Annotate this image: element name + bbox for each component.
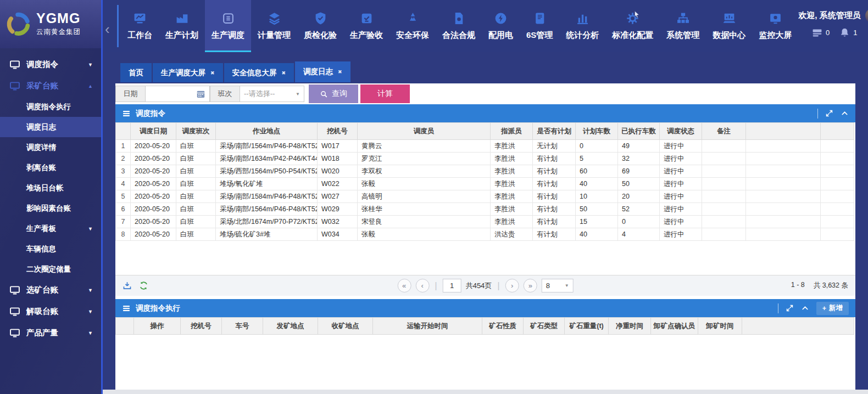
table-cell: 堆场/硫化矿3#堆: [216, 228, 318, 241]
topnav-item-power-distribution[interactable]: 配用电: [482, 0, 520, 52]
collapse-up-icon[interactable]: [801, 304, 809, 312]
next-page-button[interactable]: ›: [505, 279, 519, 292]
tab-production-dispatch-screen[interactable]: 生产调度大屏✖: [153, 63, 223, 82]
brand-name: YGMG: [36, 12, 81, 25]
shift-select[interactable]: --请选择-- ▼: [240, 86, 304, 102]
badge-count: 1: [853, 29, 857, 37]
page-size-select[interactable]: 8 ▼: [542, 279, 574, 292]
tab-safety-info-screen[interactable]: 安全信息大屏✖: [224, 63, 294, 82]
execution-table-empty-body: [115, 335, 855, 390]
table-cell: 李双权: [358, 165, 491, 178]
sidebar-item-stripping-ledger[interactable]: 剥离台账: [0, 157, 101, 178]
sidebar-item-dispatch-execution[interactable]: 调度指令执行: [0, 97, 101, 117]
topnav-item-data-center[interactable]: 数据中心: [706, 0, 752, 52]
dispatch-table-row[interactable]: 32020-05-20白班采场/西部/1564m/P50-P54/KT52-2a…: [116, 165, 854, 178]
column-header: 调度班次: [176, 123, 216, 140]
sidebar-group-dispatch-command[interactable]: 调度指令▼: [0, 54, 101, 75]
table-cell: 张毅: [358, 228, 491, 241]
panel-list-icon: [122, 304, 131, 313]
date-input[interactable]: [146, 87, 196, 101]
sidebar-group-label: 采矿台账: [26, 81, 58, 91]
sidebar-item-dispatch-detail[interactable]: 调度详情: [0, 137, 101, 157]
topnav-item-legal-compliance[interactable]: 合法合规: [436, 0, 482, 52]
sidebar-item-production-board[interactable]: 生产看板▼: [0, 218, 101, 239]
calculate-button[interactable]: 计算: [360, 85, 410, 103]
topnav-item-label: 6S管理: [526, 30, 553, 41]
close-icon[interactable]: ✖: [282, 70, 286, 76]
query-button[interactable]: 查询: [309, 85, 358, 103]
calendar-icon[interactable]: [196, 89, 205, 99]
tab-home[interactable]: 首页: [120, 63, 152, 82]
download-icon[interactable]: [123, 281, 132, 290]
collapse-up-icon[interactable]: [841, 109, 849, 117]
topnav-item-label: 生产计划: [165, 30, 198, 41]
add-button[interactable]: + 新增: [816, 302, 849, 315]
badge-notifications[interactable]: 1: [839, 27, 857, 38]
table-cell: 50: [576, 203, 618, 216]
user-area: 欢迎, 系统管理员 ▾ 010: [798, 0, 868, 52]
expand-icon[interactable]: [825, 109, 833, 117]
sidebar-item-yard-daily-ledger[interactable]: 堆场日台帐: [0, 178, 101, 198]
sidebar-item-vehicle-info[interactable]: 车辆信息: [0, 239, 101, 259]
close-icon[interactable]: ✖: [210, 70, 215, 76]
sidebar-collapse-icon[interactable]: ‹: [105, 22, 110, 36]
dispatch-table-row[interactable]: 62020-05-20白班采场/南部/1564m/P46-P48/KT52-2a…: [116, 203, 854, 216]
table-cell: 宋登良: [358, 216, 491, 228]
topnav-item-standard-config[interactable]: 标准化配置: [605, 0, 660, 52]
topnav-item-measurement-mgmt[interactable]: 计量管理: [251, 0, 297, 52]
table-cell: 白班: [176, 165, 216, 178]
page-number-input[interactable]: [443, 279, 461, 292]
topnav-item-safety-environment[interactable]: 安全环保: [390, 0, 436, 52]
last-page-button[interactable]: »: [524, 279, 537, 292]
notification-badges: 010: [812, 27, 868, 38]
sidebar-item-dispatch-log[interactable]: 调度日志: [0, 117, 101, 137]
sidebar-item-influence-factor-ledger[interactable]: 影响因素台账: [0, 198, 101, 218]
prev-page-button[interactable]: ‹: [415, 279, 429, 292]
dispatch-table-row[interactable]: 12020-05-20白班采场/南部/1564m/P46-P48/KT52-2a…: [116, 140, 854, 153]
topnav-item-6s-mgmt[interactable]: 6S管理: [520, 0, 559, 52]
compliance-icon: [452, 12, 466, 25]
avatar[interactable]: [865, 8, 868, 23]
expand-icon[interactable]: [786, 304, 794, 312]
badge-count: 0: [826, 29, 830, 37]
topnav-item-label: 数据中心: [713, 30, 745, 41]
dispatch-panel-title: 调度指令: [136, 109, 165, 119]
dispatch-table-row[interactable]: 52020-05-20白班采场/南部/1584m/P46-P48/KT52-2a…: [116, 190, 854, 203]
table-cell: [821, 165, 854, 178]
bottom-strip: [103, 390, 868, 394]
topnav-item-statistics-analysis[interactable]: 统计分析: [559, 0, 605, 52]
sidebar-group-beneficiation-ledger[interactable]: 选矿台账▼: [0, 279, 101, 301]
refresh-icon[interactable]: [139, 281, 148, 290]
topnav-item-system-mgmt[interactable]: 系统管理: [660, 0, 706, 52]
table-cell: 采场/北部/1674m/P70-P72/KT52-2: [216, 216, 318, 228]
sidebar-group-desorption-ledger[interactable]: 解吸台账▼: [0, 301, 101, 322]
topnav-item-label: 配用电: [488, 30, 513, 41]
close-icon[interactable]: ✖: [338, 69, 342, 75]
topnav-item-label: 监控大屏: [759, 30, 792, 41]
dispatch-table-row[interactable]: 22020-05-20白班采场/南部/1634m/P42-P46/KT44W01…: [116, 153, 854, 165]
table-cell: [821, 153, 854, 165]
table-cell: 张桂华: [358, 203, 491, 216]
table-cell: [746, 140, 821, 153]
tab-bar: 首页生产调度大屏✖安全信息大屏✖调度日志✖: [103, 61, 868, 82]
topnav-item-workbench[interactable]: 工作台: [121, 0, 159, 52]
sidebar-item-label: 车辆信息: [26, 244, 56, 254]
dispatch-table-row[interactable]: 82020-05-20白班堆场/硫化矿3#堆W034张毅洪达贵有计划404进行中: [116, 228, 854, 241]
sidebar-group-product-output[interactable]: 产品产量▼: [0, 322, 101, 344]
first-page-button[interactable]: «: [397, 279, 411, 292]
tab-dispatch-log[interactable]: 调度日志✖: [295, 61, 350, 82]
topnav-item-production-plan[interactable]: 生产计划: [159, 0, 205, 52]
dispatch-table-row[interactable]: 42020-05-20白班堆场/氧化矿堆W022张毅李胜洪有计划4050进行中: [116, 178, 854, 190]
column-header: [821, 123, 854, 140]
dispatch-table-row[interactable]: 72020-05-20白班采场/北部/1674m/P70-P72/KT52-2W…: [116, 216, 854, 228]
topnav-item-quality-inspection[interactable]: 质检化验: [297, 0, 343, 52]
topnav-item-production-dispatch[interactable]: 生产调度: [205, 0, 251, 52]
sidebar-group-mining-ledger[interactable]: 采矿台账▲: [0, 75, 101, 97]
sidebar-item-secondary-delineation-reserve[interactable]: 二次圈定储量: [0, 259, 101, 279]
topnav-item-production-acceptance[interactable]: 生产验收: [343, 0, 390, 52]
total-rows-label: 共 3,632 条: [814, 281, 848, 290]
table-cell: 有计划: [533, 153, 576, 165]
table-cell: 2020-05-20: [131, 165, 176, 178]
badge-messages[interactable]: 0: [812, 27, 830, 38]
topnav-item-monitor-screen[interactable]: 监控大屏: [752, 0, 798, 52]
